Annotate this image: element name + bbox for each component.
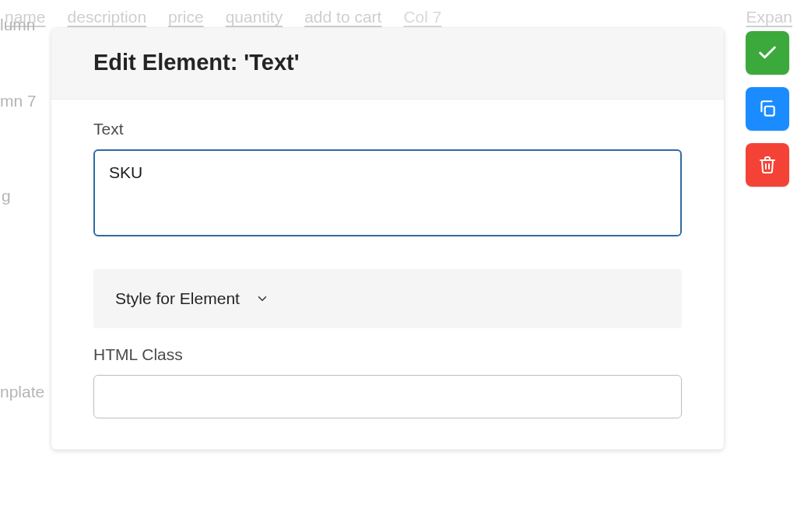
action-button-column [746, 28, 789, 187]
chevron-down-icon [255, 292, 269, 306]
style-toggle-label: Style for Element [115, 289, 240, 308]
trash-icon [758, 156, 777, 174]
delete-button[interactable] [746, 143, 789, 187]
panel-title: Edit Element: 'Text' [93, 50, 682, 75]
edit-element-panel: Edit Element: 'Text' Text Style for Elem… [51, 28, 724, 450]
html-class-label: HTML Class [93, 345, 682, 364]
html-class-input[interactable] [93, 375, 682, 418]
style-for-element-toggle[interactable]: Style for Element [93, 269, 682, 328]
copy-icon [757, 99, 778, 119]
panel-header: Edit Element: 'Text' [51, 28, 724, 100]
duplicate-button[interactable] [746, 87, 789, 131]
panel-body: Text Style for Element HTML Class [51, 100, 724, 450]
svg-rect-0 [765, 107, 774, 116]
text-field-label: Text [93, 120, 682, 138]
modal-wrap: Edit Element: 'Text' Text Style for Elem… [51, 28, 789, 450]
confirm-button[interactable] [746, 31, 789, 75]
check-icon [757, 42, 778, 64]
text-field-input[interactable] [93, 149, 682, 236]
